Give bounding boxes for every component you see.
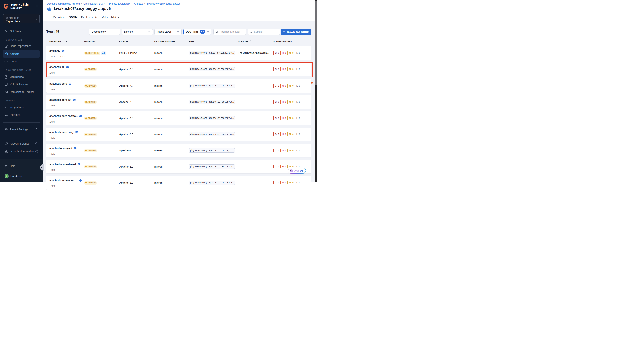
svg-text:?: ?: [6, 165, 6, 166]
